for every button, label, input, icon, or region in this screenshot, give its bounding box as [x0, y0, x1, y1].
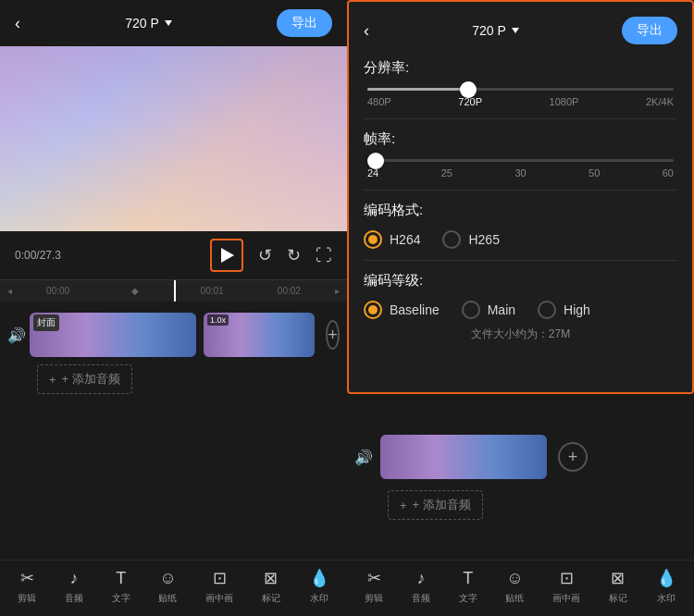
right-cut-label: 剪辑 [365, 592, 383, 605]
tool-text[interactable]: T 文字 [112, 569, 130, 605]
play-button[interactable] [210, 239, 243, 272]
timeline-bar: ◂ 00:00 ◆ 00:01 00:02 ▸ [0, 279, 347, 302]
audio-label: 音频 [65, 592, 83, 605]
file-size-note: 文件大小约为：27M [364, 326, 677, 342]
video-track: 🔊 封面 1.0x + [0, 309, 347, 361]
settings-export-button[interactable]: 导出 [622, 17, 677, 44]
framerate-slider-labels: 24 25 30 50 60 [367, 167, 674, 179]
right-tool-mark[interactable]: ⊠ 标记 [609, 568, 627, 605]
text-icon: T [116, 569, 126, 588]
resolution-slider-track [367, 88, 674, 91]
audio-icon: ♪ [70, 569, 79, 588]
right-panel: ‹ 720 P 导出 分辨率: 480P 720P 1080P 2K/4K [347, 0, 694, 616]
resolution-slider-fill [367, 88, 468, 91]
video-clip-2[interactable]: 1.0x [204, 313, 315, 357]
tool-sticker[interactable]: ☺ 贴纸 [158, 569, 177, 605]
codec-h265-option[interactable]: H265 [442, 230, 499, 249]
resolution-slider-container[interactable]: 480P 720P 1080P 2K/4K [364, 88, 677, 107]
framerate-slider-container[interactable]: 24 25 30 50 60 [364, 159, 677, 179]
tool-watermark[interactable]: 💧 水印 [309, 568, 329, 605]
timeline-cursor [174, 280, 176, 302]
right-toolbar: ✂ 剪辑 ♪ 音频 T 文字 ☺ 贴纸 ⊡ 画中画 ⊠ 标记 💧 水印 [347, 560, 694, 616]
tool-mark[interactable]: ⊠ 标记 [262, 568, 280, 605]
next-icon[interactable]: ▸ [335, 286, 340, 296]
right-video-clip[interactable] [380, 435, 547, 479]
settings-resolution-selector[interactable]: 720 P [472, 23, 519, 38]
tool-cut[interactable]: ✂ 剪辑 [18, 568, 36, 605]
mark-icon: ⊠ [264, 568, 278, 588]
framerate-slider-thumb[interactable] [367, 153, 384, 169]
level-radio-group: Baseline Main High [364, 301, 677, 319]
res-label-480p: 480P [367, 96, 391, 107]
right-watermark-icon: 💧 [656, 568, 676, 588]
codec-h265-label: H265 [468, 232, 499, 247]
right-audio-icon: ♪ [417, 569, 426, 588]
right-pip-icon: ⊡ [560, 568, 574, 588]
export-button[interactable]: 导出 [277, 9, 332, 37]
level-baseline-radio-dot [368, 305, 378, 314]
codec-h264-radio-dot [368, 235, 378, 244]
settings-dropdown-arrow-icon [512, 28, 519, 33]
settings-back-icon[interactable]: ‹ [364, 21, 369, 41]
right-add-audio-button[interactable]: + + 添加音频 [388, 490, 483, 520]
level-baseline-label: Baseline [390, 302, 440, 317]
resolution-slider-thumb[interactable] [460, 81, 477, 98]
right-tool-text[interactable]: T 文字 [459, 569, 477, 605]
right-audio-area: + + 添加音频 [347, 483, 694, 527]
prev-icon[interactable]: ◂ [7, 286, 12, 296]
video-clip[interactable]: 封面 [30, 313, 196, 357]
tool-audio[interactable]: ♪ 音频 [65, 569, 83, 605]
right-mark-label: 标记 [609, 592, 627, 605]
right-text-label: 文字 [459, 592, 477, 605]
level-high-radio[interactable] [538, 301, 556, 319]
resolution-selector[interactable]: 720 P [125, 16, 172, 31]
cover-badge: 封面 [33, 314, 59, 331]
add-clip-button[interactable]: + [326, 320, 340, 350]
level-baseline-option[interactable]: Baseline [364, 301, 440, 319]
add-audio-button[interactable]: + + 添加音频 [37, 364, 132, 394]
volume-icon[interactable]: 🔊 [7, 326, 26, 344]
framerate-slider-track [367, 159, 674, 162]
right-watermark-label: 水印 [657, 592, 675, 605]
time-mark-2: 00:01 [174, 286, 251, 296]
left-toolbar: ✂ 剪辑 ♪ 音频 T 文字 ☺ 贴纸 ⊡ 画中画 ⊠ 标记 💧 水印 [0, 560, 347, 616]
fps-label-30: 30 [514, 167, 526, 179]
undo-icon[interactable]: ↺ [258, 245, 272, 265]
level-main-radio[interactable] [462, 301, 480, 319]
codec-h265-radio[interactable] [442, 230, 461, 249]
level-baseline-radio[interactable] [364, 301, 382, 319]
tool-pip[interactable]: ⊡ 画中画 [205, 568, 233, 605]
right-tool-audio[interactable]: ♪ 音频 [412, 569, 430, 605]
left-panel: ‹ 720 P 导出 0:00/27.3 ↺ ↻ ⛶ ◂ 00:00 ◆ 00:… [0, 0, 347, 616]
dropdown-arrow-icon [165, 20, 172, 26]
resolution-section-title: 分辨率: [364, 59, 677, 77]
settings-resolution-label: 720 P [472, 23, 506, 38]
left-top-bar: ‹ 720 P 导出 [0, 0, 347, 46]
resolution-label: 720 P [125, 16, 159, 31]
right-volume-icon[interactable]: 🔊 [354, 449, 373, 466]
right-add-clip-button[interactable]: + [558, 442, 588, 472]
level-section: 编码等级: Baseline Main High [364, 272, 677, 319]
res-label-720p: 720P [458, 96, 482, 107]
divider-2 [364, 190, 677, 191]
right-tool-pip[interactable]: ⊡ 画中画 [552, 568, 580, 605]
redo-icon[interactable]: ↻ [287, 245, 301, 265]
fps-label-50: 50 [589, 167, 600, 179]
right-tool-cut[interactable]: ✂ 剪辑 [365, 568, 383, 605]
fullscreen-icon[interactable]: ⛶ [316, 246, 332, 265]
right-sticker-icon: ☺ [506, 569, 523, 588]
time-mark-0: 00:00 [19, 286, 96, 296]
back-icon[interactable]: ‹ [15, 14, 20, 33]
level-main-option[interactable]: Main [462, 301, 515, 319]
codec-h264-radio[interactable] [364, 230, 382, 249]
level-section-title: 编码等级: [364, 272, 677, 290]
framerate-section: 帧率: 24 25 30 50 60 [364, 130, 677, 179]
level-high-option[interactable]: High [538, 301, 590, 319]
right-mark-icon: ⊠ [611, 568, 625, 588]
playback-controls: ↺ ↻ ⛶ [210, 239, 332, 272]
right-tool-sticker[interactable]: ☺ 贴纸 [505, 569, 524, 605]
text-label: 文字 [112, 592, 130, 605]
pip-icon: ⊡ [213, 568, 227, 588]
codec-h264-option[interactable]: H264 [364, 230, 420, 249]
right-tool-watermark[interactable]: 💧 水印 [656, 568, 676, 605]
